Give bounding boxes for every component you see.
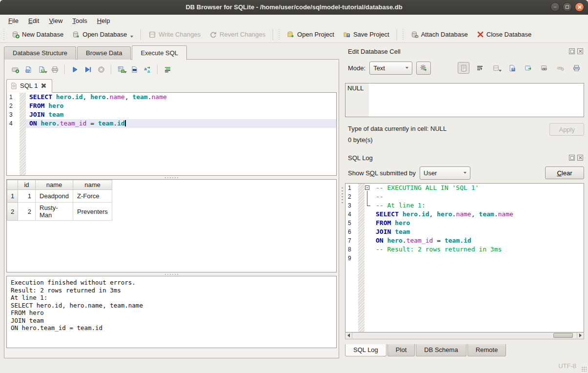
window-title: DB Browser for SQLite - /home/user/code/…: [0, 3, 588, 11]
log-horizontal-scrollbar[interactable]: [345, 332, 584, 339]
export-cell-button[interactable]: [506, 62, 518, 74]
import-dropdown[interactable]: [499, 70, 502, 72]
menu-edit[interactable]: Edit: [24, 16, 43, 25]
close-button[interactable]: [575, 2, 584, 12]
column-header[interactable]: name: [36, 180, 73, 190]
sql-doc-tab[interactable]: SQL 1: [6, 79, 52, 93]
import-cell-button[interactable]: [490, 62, 502, 74]
sql-doc-tab-close-icon[interactable]: [41, 83, 46, 88]
text-view-button[interactable]: [458, 62, 469, 74]
resize-grip[interactable]: [582, 367, 587, 372]
stop-sql-button[interactable]: [95, 63, 107, 75]
splitter-handle: [342, 187, 343, 204]
open-in-app-button[interactable]: [522, 62, 534, 74]
open-database-button[interactable]: Open Database: [68, 29, 138, 41]
column-header[interactable]: id: [18, 180, 36, 190]
cell-value-editor[interactable]: NULL: [345, 83, 584, 117]
save-project-button[interactable]: Save Project: [339, 29, 394, 41]
table-cell[interactable]: 2: [18, 203, 36, 221]
row-header[interactable]: 2: [7, 203, 18, 221]
open-project-button[interactable]: Open Project: [283, 29, 339, 41]
row-header[interactable]: 1: [7, 190, 18, 203]
panel-splitter[interactable]: [339, 46, 345, 358]
open-sql-tab-button[interactable]: [9, 63, 21, 75]
tab-database-structure[interactable]: Database Structure: [4, 46, 76, 60]
scrollbar-thumb[interactable]: [553, 333, 573, 338]
table-cell[interactable]: Deadpond: [36, 190, 73, 203]
close-dock-icon[interactable]: [577, 48, 583, 54]
table-cell[interactable]: 1: [18, 190, 36, 203]
revert-changes-button[interactable]: Revert Changes: [205, 29, 270, 41]
mode-combobox[interactable]: Text: [369, 62, 412, 75]
close-dock-icon[interactable]: [577, 155, 583, 161]
menu-file[interactable]: File: [4, 16, 23, 25]
fold-marker[interactable]: -: [365, 184, 372, 192]
sql-editor[interactable]: 1SELECT hero.id, hero.name, team.name2FR…: [6, 92, 337, 176]
table-cell[interactable]: Z-Force: [73, 190, 112, 203]
toolbar-handle[interactable]: [2, 29, 6, 40]
maximize-button[interactable]: [563, 2, 572, 12]
exec-log-line: JOIN team: [11, 317, 332, 325]
open-database-dropdown[interactable]: [130, 36, 133, 38]
toolbar-handle[interactable]: [278, 29, 281, 40]
format-sql-button[interactable]: [162, 63, 173, 75]
set-null-button[interactable]: [554, 62, 566, 74]
toolbar-handle[interactable]: [402, 29, 405, 40]
attach-database-button[interactable]: Attach Database: [406, 29, 472, 41]
replace-button[interactable]: aa: [142, 63, 153, 75]
save-file-dropdown[interactable]: [44, 71, 47, 73]
copy-link-button[interactable]: [538, 62, 550, 74]
print-sql-button[interactable]: [49, 63, 61, 75]
tab-execute-sql[interactable]: Execute SQL: [132, 45, 187, 60]
results-log-splitter[interactable]: [6, 272, 337, 276]
tab-plot[interactable]: Plot: [387, 344, 415, 356]
menu-help[interactable]: Help: [93, 16, 115, 25]
minimize-button[interactable]: −: [550, 2, 560, 12]
mode-label: Mode:: [348, 64, 365, 72]
gutter-strip: [358, 219, 365, 228]
apply-button[interactable]: Apply: [549, 123, 584, 136]
new-database-button[interactable]: New Database: [7, 29, 68, 41]
cell-mode-row: Mode: Text: [345, 61, 584, 75]
code-seg: [399, 210, 403, 218]
find-button[interactable]: [128, 63, 140, 75]
print-cell-button[interactable]: [570, 62, 582, 74]
line-number: 7: [345, 236, 358, 245]
menu-tools[interactable]: Tools: [68, 16, 91, 25]
float-dock-icon[interactable]: [569, 155, 575, 161]
code-seg: [391, 219, 395, 227]
word-wrap-button[interactable]: [474, 62, 486, 74]
scroll-right-icon[interactable]: [577, 332, 584, 338]
tab-db-schema[interactable]: DB Schema: [416, 344, 466, 356]
execute-current-line-button[interactable]: [82, 63, 94, 75]
close-database-button[interactable]: Close Database: [472, 29, 536, 40]
clear-log-button[interactable]: Clear: [545, 166, 584, 179]
main-toolbar: New Database Open Database Write Changes…: [0, 26, 588, 43]
table-cell[interactable]: Preventers: [73, 203, 112, 221]
save-sql-file-button[interactable]: [36, 63, 47, 75]
auto-apply-button[interactable]: [416, 62, 431, 75]
tab-sql-log[interactable]: SQL Log: [345, 344, 386, 356]
table-cell[interactable]: Rusty-Man: [36, 203, 73, 221]
scroll-left-icon[interactable]: [345, 332, 352, 338]
line-number: 2: [345, 192, 358, 201]
open-sql-file-button[interactable]: [22, 63, 34, 75]
sql-log-view[interactable]: 1--- EXECUTING ALL IN 'SQL 1'2--3-- At l…: [345, 183, 584, 332]
column-header[interactable]: name: [73, 180, 112, 190]
corner-header[interactable]: [7, 180, 18, 190]
export-results-dropdown[interactable]: [124, 71, 127, 73]
execute-sql-button[interactable]: [69, 63, 81, 75]
export-results-button[interactable]: [115, 63, 127, 75]
tab-remote[interactable]: Remote: [467, 344, 507, 356]
write-changes-button[interactable]: Write Changes: [144, 29, 205, 41]
menu-view[interactable]: View: [44, 16, 67, 25]
tab-browse-data[interactable]: Browse Data: [77, 46, 131, 60]
window-buttons: −: [550, 2, 584, 12]
editor-results-splitter[interactable]: [6, 176, 337, 179]
gutter-strip: [358, 245, 365, 254]
float-dock-icon[interactable]: [569, 48, 575, 54]
code-seg: ON: [29, 120, 37, 127]
submitter-combobox[interactable]: User: [420, 166, 470, 180]
execution-log[interactable]: Execution finished without errors.Result…: [6, 276, 337, 348]
sql-doc-icon: [11, 83, 17, 89]
